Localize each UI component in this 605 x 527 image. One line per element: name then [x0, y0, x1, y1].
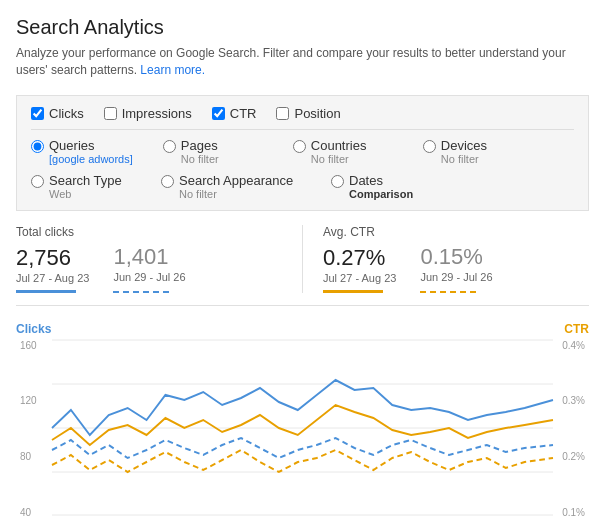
page-title: Search Analytics [16, 16, 589, 39]
chart-label-clicks: Clicks [16, 322, 51, 336]
devices-label: Devices [441, 138, 487, 153]
total-clicks-title: Total clicks [16, 225, 282, 239]
impressions-checkbox[interactable] [104, 107, 117, 120]
page-subtitle: Analyze your performance on Google Searc… [16, 45, 589, 79]
chart-header: Clicks CTR [16, 322, 589, 336]
clicks-checkbox[interactable] [31, 107, 44, 120]
dates-label: Dates [349, 173, 413, 188]
position-checkbox[interactable] [276, 107, 289, 120]
dates-radio[interactable] [331, 175, 344, 188]
radio-queries[interactable]: Queries [google adwords] [31, 138, 133, 165]
y-left-2: 80 [20, 451, 37, 462]
radio-row-1: Queries [google adwords] Pages No filter… [31, 138, 574, 165]
y-axis-right: 0.4% 0.3% 0.2% 0.1% [562, 340, 585, 518]
stats-section: Total clicks 2,756 Jul 27 - Aug 23 1,401… [16, 225, 589, 306]
search-appearance-radio[interactable] [161, 175, 174, 188]
checkbox-filter-row: Clicks Impressions CTR Position [31, 106, 574, 121]
filter-bar: Clicks Impressions CTR Position Queries … [16, 95, 589, 211]
total-clicks-values: 2,756 Jul 27 - Aug 23 1,401 Jun 29 - Jul… [16, 245, 282, 293]
impressions-label: Impressions [122, 106, 192, 121]
search-type-label: Search Type [49, 173, 122, 188]
avg-ctr-title: Avg. CTR [323, 225, 589, 239]
total-clicks-block: Total clicks 2,756 Jul 27 - Aug 23 1,401… [16, 225, 302, 293]
avg-ctr-block: Avg. CTR 0.27% Jul 27 - Aug 23 0.15% Jun… [302, 225, 589, 293]
radio-search-type[interactable]: Search Type Web [31, 173, 131, 200]
clicks-comparison-line [52, 438, 553, 458]
clicks-value-2: 1,401 [113, 245, 185, 269]
clicks-line-1 [16, 290, 76, 293]
radio-row-2: Search Type Web Search Appearance No fil… [31, 173, 574, 200]
ctr-line-2 [420, 291, 480, 293]
ctr-checkbox[interactable] [212, 107, 225, 120]
clicks-value-1: 2,756 [16, 246, 89, 270]
pages-sublabel[interactable]: No filter [181, 153, 219, 165]
position-label: Position [294, 106, 340, 121]
radio-search-appearance[interactable]: Search Appearance No filter [161, 173, 301, 200]
checkbox-impressions[interactable]: Impressions [104, 106, 192, 121]
clicks-date-2: Jun 29 - Jul 26 [113, 271, 185, 283]
radio-countries[interactable]: Countries No filter [293, 138, 393, 165]
countries-label: Countries [311, 138, 367, 153]
pages-radio[interactable] [163, 140, 176, 153]
checkbox-ctr[interactable]: CTR [212, 106, 257, 121]
ctr-date-2: Jun 29 - Jul 26 [420, 271, 492, 283]
queries-sublabel[interactable]: [google adwords] [49, 153, 133, 165]
y-left-4: 160 [20, 340, 37, 351]
radio-dates[interactable]: Dates Comparison [331, 173, 431, 200]
clicks-primary-line [52, 380, 553, 435]
devices-radio[interactable] [423, 140, 436, 153]
learn-more-link[interactable]: Learn more. [140, 63, 205, 77]
ctr-primary: 0.27% Jul 27 - Aug 23 [323, 246, 396, 293]
devices-sublabel[interactable]: No filter [441, 153, 487, 165]
chart-section: Clicks CTR 160 120 80 40 0.4% 0.3% 0.2% … [16, 322, 589, 518]
countries-radio[interactable] [293, 140, 306, 153]
countries-sublabel[interactable]: No filter [311, 153, 367, 165]
ctr-value-1: 0.27% [323, 246, 396, 270]
y-left-1: 40 [20, 507, 37, 518]
search-appearance-sublabel[interactable]: No filter [179, 188, 293, 200]
search-type-radio[interactable] [31, 175, 44, 188]
chart-wrapper: 160 120 80 40 0.4% 0.3% 0.2% 0.1% [52, 340, 553, 518]
ctr-primary-line [52, 405, 553, 445]
queries-radio[interactable] [31, 140, 44, 153]
ctr-value-2: 0.15% [420, 245, 492, 269]
chart-svg [52, 340, 553, 515]
checkbox-clicks[interactable]: Clicks [31, 106, 84, 121]
search-appearance-label: Search Appearance [179, 173, 293, 188]
y-right-4: 0.4% [562, 340, 585, 351]
search-type-sublabel[interactable]: Web [49, 188, 122, 200]
y-right-3: 0.3% [562, 395, 585, 406]
ctr-comparison-line [52, 450, 553, 472]
chart-label-ctr: CTR [564, 322, 589, 336]
clicks-line-2 [113, 291, 173, 293]
clicks-label: Clicks [49, 106, 84, 121]
ctr-date-1: Jul 27 - Aug 23 [323, 272, 396, 284]
clicks-date-1: Jul 27 - Aug 23 [16, 272, 89, 284]
radio-devices[interactable]: Devices No filter [423, 138, 523, 165]
avg-ctr-values: 0.27% Jul 27 - Aug 23 0.15% Jun 29 - Jul… [323, 245, 589, 293]
pages-label: Pages [181, 138, 219, 153]
dates-sublabel[interactable]: Comparison [349, 188, 413, 200]
clicks-secondary: 1,401 Jun 29 - Jul 26 [113, 245, 185, 293]
y-right-1: 0.1% [562, 507, 585, 518]
ctr-label: CTR [230, 106, 257, 121]
checkbox-position[interactable]: Position [276, 106, 340, 121]
queries-label: Queries [49, 138, 133, 153]
ctr-line-1 [323, 290, 383, 293]
clicks-primary: 2,756 Jul 27 - Aug 23 [16, 246, 89, 293]
radio-pages[interactable]: Pages No filter [163, 138, 263, 165]
y-right-2: 0.2% [562, 451, 585, 462]
y-left-3: 120 [20, 395, 37, 406]
ctr-secondary: 0.15% Jun 29 - Jul 26 [420, 245, 492, 293]
y-axis-left: 160 120 80 40 [20, 340, 37, 518]
